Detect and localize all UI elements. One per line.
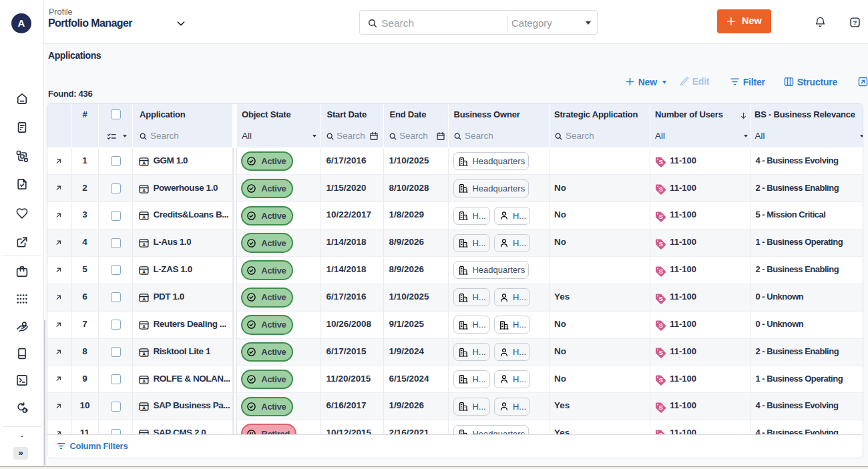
svg-text:A: A	[142, 351, 146, 356]
svg-text:A: A	[142, 270, 146, 274]
svg-text:S: S	[658, 240, 663, 248]
svg-text:S: S	[658, 186, 663, 193]
svg-text:A: A	[142, 187, 146, 192]
svg-text:A: A	[142, 324, 146, 329]
svg-text:S: S	[658, 213, 663, 220]
svg-text:S: S	[658, 159, 663, 166]
svg-text:A: A	[142, 297, 146, 302]
svg-text:A: A	[142, 160, 146, 165]
svg-text:S: S	[658, 268, 663, 275]
svg-text:A: A	[142, 406, 146, 410]
svg-text:S: S	[658, 350, 663, 357]
svg-text:A: A	[142, 242, 146, 247]
svg-text:S: S	[658, 377, 663, 384]
svg-text:S: S	[658, 295, 663, 302]
svg-text:?: ?	[853, 19, 857, 26]
svg-text:A: A	[142, 378, 146, 383]
svg-text:S: S	[658, 322, 663, 330]
svg-text:S: S	[658, 404, 663, 411]
svg-text:A: A	[142, 215, 146, 219]
